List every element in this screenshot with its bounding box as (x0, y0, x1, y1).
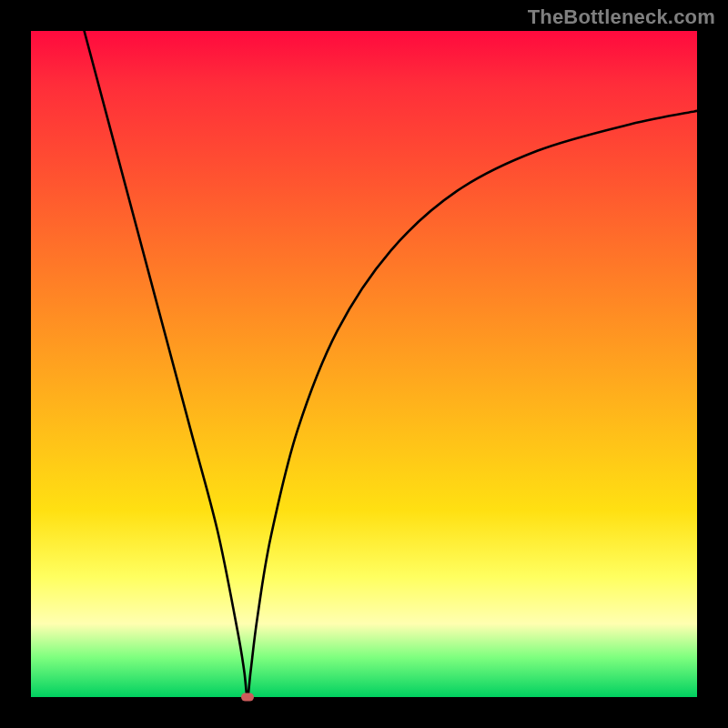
plot-area (31, 31, 697, 697)
bottleneck-curve (31, 31, 697, 697)
watermark-text: TheBottleneck.com (528, 5, 715, 29)
curve-minimum-marker (241, 693, 254, 702)
chart-frame: TheBottleneck.com (0, 0, 728, 728)
